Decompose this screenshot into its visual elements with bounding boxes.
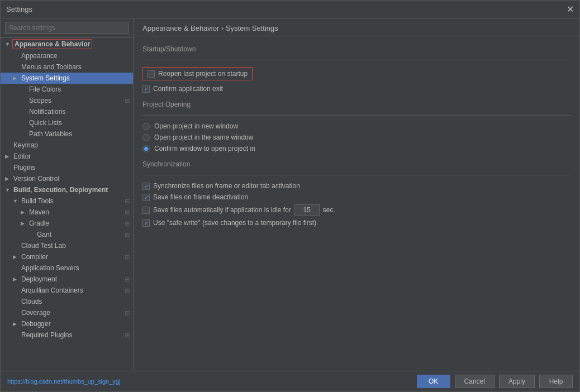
panel-breadcrumb: Appearance & Behavior › System Settings — [134, 18, 579, 36]
sidebar-item-system-settings[interactable]: ▶System Settings — [1, 73, 133, 84]
sidebar-item-application-servers[interactable]: Application Servers — [1, 262, 133, 274]
titlebar: Settings ✕ — [1, 1, 579, 18]
sidebar-label: System Settings — [20, 74, 71, 83]
confirm-window-row: Confirm window to open project in — [142, 145, 571, 152]
sidebar-label: Compiler — [20, 252, 49, 261]
sidebar-label: Build Tools — [20, 197, 55, 205]
sidebar-label: Cloud Test Lab — [20, 241, 67, 250]
badge-icon: ⊞ — [125, 198, 130, 205]
sidebar-item-arquillian[interactable]: Arquillian Containers⊞ — [1, 285, 133, 296]
sync-files-label: Synchronize files on frame or editor tab… — [153, 182, 300, 190]
sidebar-label: Coverage — [20, 308, 51, 317]
sidebar-item-editor[interactable]: ▶Editor — [1, 151, 133, 162]
arrow-icon: ▼ — [5, 41, 11, 47]
arrow-icon: ▶ — [13, 321, 18, 327]
sync-divider — [142, 175, 571, 175]
save-deactivation-checkbox[interactable] — [142, 194, 150, 201]
badge-icon: ⊞ — [125, 287, 130, 294]
sidebar-label: Menus and Toolbars — [20, 63, 83, 71]
arrow-icon: ▶ — [21, 221, 26, 226]
tree-container: ▼Appearance & BehaviorAppearanceMenus an… — [1, 38, 133, 341]
sidebar-label: Scopes — [28, 96, 53, 105]
sidebar-item-coverage[interactable]: Coverage⊞ — [1, 307, 133, 318]
apply-button[interactable]: Apply — [499, 375, 535, 388]
sidebar-item-file-colors[interactable]: File Colors — [1, 84, 133, 95]
reopen-label: Reopen last project on startup — [158, 70, 248, 78]
sidebar-label: Gant — [36, 230, 53, 239]
sidebar-item-quick-lists[interactable]: Quick Lists — [1, 117, 133, 128]
sidebar-item-debugger[interactable]: ▶Debugger — [1, 318, 133, 329]
sidebar-item-cloud-test-lab[interactable]: Cloud Test Lab — [1, 240, 133, 251]
arrow-icon: ▶ — [5, 176, 11, 181]
save-deactivation-label: Save files on frame deactivation — [153, 193, 248, 201]
sidebar-item-maven[interactable]: ▶Maven⊞ — [1, 207, 133, 218]
reopen-checkbox[interactable] — [148, 70, 155, 78]
safe-write-checkbox[interactable] — [142, 219, 150, 227]
open-same-window-label: Open project in the same window — [154, 133, 253, 141]
help-button[interactable]: Help — [539, 375, 573, 388]
sidebar-label: Notifications — [28, 107, 66, 116]
save-idle-checkbox[interactable] — [142, 207, 150, 214]
sync-files-checkbox[interactable] — [142, 183, 150, 190]
sidebar-label: Appearance & Behavior — [12, 39, 92, 49]
sidebar-item-scopes[interactable]: Scopes⊞ — [1, 95, 133, 106]
save-idle-row: Save files automatically if application … — [142, 204, 571, 216]
sidebar-item-plugins[interactable]: Plugins — [1, 162, 133, 173]
save-idle-input[interactable] — [294, 204, 320, 216]
sidebar-label: Required Plugins — [20, 331, 73, 340]
open-new-window-radio[interactable] — [142, 123, 150, 130]
sidebar-item-compiler[interactable]: ▶Compiler⊞ — [1, 251, 133, 262]
save-idle-label: Save files automatically if application … — [153, 206, 291, 214]
project-opening-section-title: Project Opening — [142, 101, 571, 108]
sidebar-item-path-variables[interactable]: Path Variables — [1, 128, 133, 140]
sidebar-item-required-plugins[interactable]: Required Plugins⊞ — [1, 329, 133, 341]
sidebar-item-deployment[interactable]: ▶Deployment⊞ — [1, 274, 133, 285]
sidebar-item-keymap[interactable]: Keymap — [1, 140, 133, 151]
project-opening-divider — [142, 115, 571, 116]
arrow-icon: ▶ — [5, 154, 11, 159]
sidebar-label: Clouds — [20, 297, 43, 306]
sync-section-title: Synchronization — [142, 160, 571, 168]
search-input[interactable] — [5, 22, 129, 34]
close-button[interactable]: ✕ — [567, 4, 574, 15]
window-title: Settings — [6, 5, 32, 13]
badge-icon: ⊞ — [125, 254, 130, 261]
save-idle-unit: sec. — [323, 206, 335, 214]
sidebar-item-appearance[interactable]: Appearance — [1, 50, 133, 61]
sidebar-item-appearance-behavior[interactable]: ▼Appearance & Behavior — [1, 38, 133, 50]
badge-icon: ⊞ — [125, 276, 130, 283]
sidebar: ▼Appearance & BehaviorAppearanceMenus an… — [1, 18, 134, 371]
sidebar-label: Quick Lists — [28, 118, 63, 127]
safe-write-row: Use "safe write" (save changes to a temp… — [142, 219, 571, 227]
sidebar-label: Build, Execution, Deployment — [12, 185, 109, 194]
sidebar-label: Version Control — [12, 174, 60, 183]
sidebar-label: File Colors — [28, 85, 62, 94]
sidebar-item-version-control[interactable]: ▶Version Control — [1, 173, 133, 184]
sidebar-item-build-execution[interactable]: ▼Build, Execution, Deployment — [1, 184, 133, 195]
search-box — [1, 18, 133, 38]
confirm-window-label: Confirm window to open project in — [154, 145, 255, 152]
sidebar-item-clouds[interactable]: Clouds — [1, 296, 133, 307]
sidebar-label: Gradle — [28, 219, 50, 228]
cancel-button[interactable]: Cancel — [455, 375, 495, 388]
sidebar-item-menus-toolbars[interactable]: Menus and Toolbars — [1, 61, 133, 73]
ok-button[interactable]: OK — [417, 375, 450, 388]
confirm-exit-row: Confirm application exit — [142, 85, 571, 93]
open-same-window-radio[interactable] — [142, 134, 150, 141]
sidebar-item-gradle[interactable]: ▶Gradle⊞ — [1, 218, 133, 229]
save-deactivation-row: Save files on frame deactivation — [142, 193, 571, 201]
bottom-bar: https://blog.csdn.net/thumbs_up_sign_ygj… — [1, 371, 579, 391]
panel-body: Startup/Shutdown Reopen last project on … — [134, 36, 579, 371]
sidebar-label: Keymap — [12, 141, 39, 150]
open-new-window-label: Open project in new window — [154, 122, 238, 130]
sidebar-item-gant[interactable]: Gant⊞ — [1, 229, 133, 240]
badge-icon: ⊞ — [125, 209, 130, 216]
confirm-exit-checkbox[interactable] — [142, 85, 150, 93]
sidebar-label: Editor — [12, 152, 32, 161]
confirm-window-radio[interactable] — [142, 145, 150, 152]
right-panel: Appearance & Behavior › System Settings … — [134, 18, 579, 371]
sidebar-item-notifications[interactable]: Notifications — [1, 106, 133, 117]
sidebar-label: Application Servers — [20, 264, 80, 273]
arrow-icon: ▶ — [13, 254, 18, 260]
sidebar-item-build-tools[interactable]: ▼Build Tools⊞ — [1, 195, 133, 207]
